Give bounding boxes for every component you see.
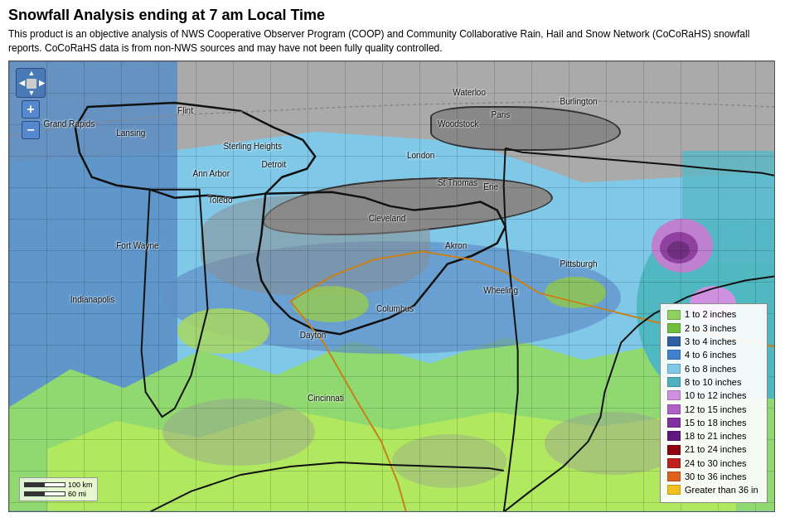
legend-label-13: Greater than 36 in — [685, 484, 758, 496]
map-controls: ▲ ◀ ▶ ▼ + − — [16, 68, 46, 139]
pan-center — [27, 79, 36, 89]
legend-color-11 — [667, 458, 681, 468]
legend-label-0: 1 to 2 inches — [685, 308, 736, 320]
legend-color-4 — [667, 364, 681, 374]
scale-graphic-mi — [24, 491, 65, 496]
legend-color-12 — [667, 472, 681, 481]
legend-color-8 — [667, 418, 681, 428]
legend: 1 to 2 inches2 to 3 inches3 to 4 inches4… — [660, 303, 768, 502]
legend-item-13: Greater than 36 in — [667, 484, 760, 496]
legend-item-10: 21 to 24 inches — [667, 443, 760, 455]
legend-color-3 — [667, 350, 681, 360]
legend-color-0 — [667, 310, 681, 320]
legend-item-5: 8 to 10 inches — [667, 376, 760, 388]
legend-label-1: 2 to 3 inches — [685, 322, 736, 334]
legend-label-4: 6 to 8 inches — [685, 363, 736, 375]
legend-label-10: 21 to 24 inches — [685, 443, 747, 455]
legend-item-7: 12 to 15 inches — [667, 404, 760, 415]
legend-item-6: 10 to 12 inches — [667, 389, 760, 401]
legend-color-9 — [667, 431, 681, 441]
legend-color-10 — [667, 445, 681, 455]
legend-label-12: 30 to 36 inches — [685, 471, 747, 482]
snowfall-map: ▲ ◀ ▶ ▼ + − 100 km 60 mi Grand RapidsFli… — [8, 60, 775, 512]
legend-color-7 — [667, 404, 681, 414]
scale-bar: 100 km 60 mi — [19, 477, 98, 501]
legend-color-1 — [667, 323, 681, 333]
legend-color-2 — [667, 336, 681, 346]
legend-color-6 — [667, 390, 681, 400]
zoom-out-button[interactable]: − — [22, 121, 40, 139]
legend-label-6: 10 to 12 inches — [685, 389, 747, 401]
legend-item-4: 6 to 8 inches — [667, 363, 760, 375]
legend-label-7: 12 to 15 inches — [685, 404, 747, 415]
scale-km-label: 100 km — [68, 481, 93, 489]
legend-item-2: 3 to 4 inches — [667, 336, 760, 347]
legend-items: 1 to 2 inches2 to 3 inches3 to 4 inches4… — [667, 308, 760, 496]
pan-up-arrow[interactable]: ▲ — [28, 70, 36, 77]
pan-control[interactable]: ▲ ◀ ▶ ▼ — [16, 68, 46, 98]
legend-item-11: 24 to 30 inches — [667, 457, 760, 469]
legend-item-9: 18 to 21 inches — [667, 430, 760, 442]
legend-label-9: 18 to 21 inches — [685, 430, 747, 442]
legend-color-13 — [667, 485, 681, 495]
legend-item-1: 2 to 3 inches — [667, 322, 760, 334]
legend-label-3: 4 to 6 inches — [685, 349, 736, 360]
pan-left-arrow[interactable]: ◀ — [19, 80, 25, 87]
scale-graphic — [24, 482, 65, 487]
page-title: Snowfall Analysis ending at 7 am Local T… — [8, 7, 777, 24]
legend-label-11: 24 to 30 inches — [685, 457, 747, 469]
legend-label-8: 15 to 18 inches — [685, 417, 747, 428]
legend-item-12: 30 to 36 inches — [667, 471, 760, 482]
legend-item-0: 1 to 2 inches — [667, 308, 760, 320]
scale-mi-label: 60 mi — [68, 490, 86, 498]
legend-color-5 — [667, 377, 681, 387]
description-text: This product is an objective analysis of… — [8, 27, 771, 56]
pan-down-arrow[interactable]: ▼ — [28, 89, 36, 97]
pan-right-arrow[interactable]: ▶ — [39, 80, 45, 87]
zoom-in-button[interactable]: + — [22, 100, 40, 118]
legend-label-2: 3 to 4 inches — [685, 336, 736, 347]
legend-item-3: 4 to 6 inches — [667, 349, 760, 360]
legend-label-5: 8 to 10 inches — [685, 376, 742, 388]
legend-item-8: 15 to 18 inches — [667, 417, 760, 428]
